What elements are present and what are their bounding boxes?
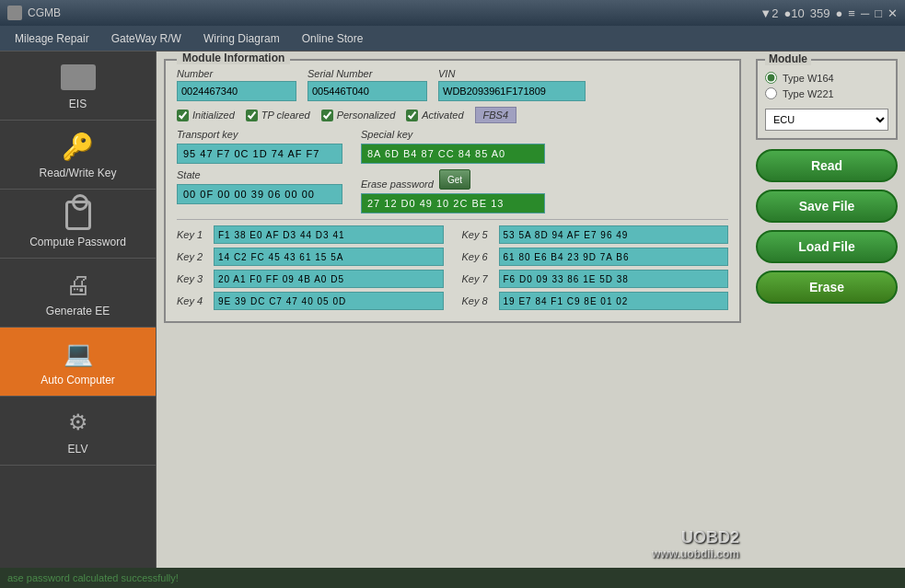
app-icon bbox=[7, 6, 22, 20]
sidebar-item-elv[interactable]: ⚙ ELV bbox=[0, 397, 156, 466]
watermark: UOBD2 www.uobdii.com bbox=[652, 528, 739, 560]
transport-key-group: Transport key 95 47 F7 0C 1D 74 AF F7 bbox=[177, 129, 342, 164]
user-icon: ● bbox=[835, 6, 842, 20]
key4-label: Key 4 bbox=[177, 295, 208, 306]
signal-status: ●10 bbox=[783, 6, 804, 20]
maximize-button[interactable]: □ bbox=[875, 6, 882, 20]
menu-online-store[interactable]: Online Store bbox=[291, 29, 375, 49]
key4-value: 9E 39 DC C7 47 40 05 0D bbox=[214, 292, 444, 310]
module-box: Module Type W164 Type W221 ECU bbox=[756, 59, 898, 140]
erase-button[interactable]: Erase bbox=[756, 271, 898, 304]
window-controls[interactable]: ▼2 ●10 359 ● ≡ ─ □ ✕ bbox=[760, 6, 898, 20]
table-row: Key 3 20 A1 F0 FF 09 4B A0 D5 bbox=[177, 270, 444, 288]
table-row: Key 5 53 5A 8D 94 AF E7 96 49 bbox=[462, 225, 729, 244]
vin-label: VIN bbox=[438, 68, 586, 79]
sidebar-item-label: Auto Computer bbox=[41, 374, 115, 386]
number-group: Number bbox=[177, 68, 296, 101]
number-label: Number bbox=[177, 68, 296, 79]
sidebar-item-label: EIS bbox=[69, 98, 87, 110]
app-title: CGMB bbox=[28, 6, 61, 19]
content-area: Module Information Number Serial Number … bbox=[157, 52, 748, 588]
load-file-button[interactable]: Load File bbox=[756, 230, 898, 263]
state-label: State bbox=[177, 169, 342, 180]
key6-value: 61 80 E6 B4 23 9D 7A B6 bbox=[499, 248, 729, 266]
wifi-status: ▼2 bbox=[760, 6, 778, 20]
computer-icon: 💻 bbox=[58, 337, 99, 370]
key8-value: 19 E7 84 F1 C9 8E 01 02 bbox=[499, 292, 729, 310]
transport-key-value: 95 47 F7 0C 1D 74 AF F7 bbox=[177, 144, 342, 164]
type-w221-radio[interactable]: Type W221 bbox=[765, 87, 888, 99]
erase-password-value: 27 12 D0 49 10 2C BE 13 bbox=[361, 193, 545, 213]
key7-value: F6 D0 09 33 86 1E 5D 38 bbox=[499, 270, 729, 288]
menu-wiring[interactable]: Wiring Diagram bbox=[192, 29, 291, 49]
special-key-group: Special key 8A 6D B4 87 CC 84 85 A0 bbox=[361, 129, 545, 164]
panel-title: Module Information bbox=[177, 52, 290, 64]
read-button[interactable]: Read bbox=[756, 149, 898, 182]
type-w164-radio[interactable]: Type W164 bbox=[765, 72, 888, 84]
sidebar-item-label: ELV bbox=[68, 443, 88, 455]
key8-label: Key 8 bbox=[462, 295, 493, 306]
key2-value: 14 C2 FC 45 43 61 15 5A bbox=[214, 248, 444, 266]
key3-label: Key 3 bbox=[177, 273, 208, 284]
activated-checkbox[interactable]: Activated bbox=[406, 110, 463, 121]
key1-value: F1 38 E0 AF D3 44 D3 41 bbox=[214, 225, 444, 244]
sidebar-item-generate-ee[interactable]: 🖨 Generate EE bbox=[0, 259, 156, 328]
sidebar-item-auto-computer[interactable]: 💻 Auto Computer bbox=[0, 328, 156, 397]
vin-group: VIN bbox=[438, 68, 586, 101]
tp-cleared-checkbox[interactable]: TP cleared bbox=[246, 110, 310, 121]
sidebar-item-label: Read/Write Key bbox=[40, 167, 117, 179]
erase-password-label: Erase password bbox=[361, 179, 434, 190]
eis-icon bbox=[58, 61, 99, 94]
sidebar-item-compute-password[interactable]: Compute Password bbox=[0, 190, 156, 259]
menu-mileage-repair[interactable]: Mileage Repair bbox=[4, 29, 100, 49]
minimize-button[interactable]: ─ bbox=[861, 6, 869, 20]
sidebar-item-read-write-key[interactable]: 🔑 Read/Write Key bbox=[0, 121, 156, 190]
serial-input[interactable] bbox=[307, 81, 427, 101]
activated-label: Activated bbox=[422, 110, 463, 121]
menu-gateway[interactable]: GateWay R/W bbox=[100, 29, 192, 49]
table-row: Key 7 F6 D0 09 33 86 1E 5D 38 bbox=[462, 270, 729, 288]
count-badge: 359 bbox=[810, 6, 830, 20]
key6-label: Key 6 bbox=[462, 251, 493, 262]
get-button[interactable]: Get bbox=[439, 169, 470, 190]
transport-special-keys-section: Transport key 95 47 F7 0C 1D 74 AF F7 Sp… bbox=[177, 129, 728, 164]
initialized-label: Initialized bbox=[192, 110, 235, 121]
title-bar: CGMB ▼2 ●10 359 ● ≡ ─ □ ✕ bbox=[0, 0, 905, 26]
state-erase-section: State 00 0F 00 00 39 06 00 00 Erase pass… bbox=[177, 169, 728, 213]
key3-value: 20 A1 F0 FF 09 4B A0 D5 bbox=[214, 270, 444, 288]
status-message: ase password calculated successfully! bbox=[7, 572, 179, 583]
ecu-select[interactable]: ECU bbox=[765, 109, 888, 131]
special-key-value: 8A 6D B4 87 CC 84 85 A0 bbox=[361, 144, 545, 164]
initialized-checkbox[interactable]: Initialized bbox=[177, 110, 235, 121]
serial-label: Serial Number bbox=[307, 68, 427, 79]
state-group: State 00 0F 00 00 39 06 00 00 bbox=[177, 169, 342, 213]
menu-icon[interactable]: ≡ bbox=[848, 6, 855, 20]
tp-cleared-label: TP cleared bbox=[261, 110, 310, 121]
module-info-panel: Module Information Number Serial Number … bbox=[164, 59, 741, 323]
key5-label: Key 5 bbox=[462, 229, 493, 240]
vin-input[interactable] bbox=[438, 81, 586, 101]
number-input[interactable] bbox=[177, 81, 296, 101]
sidebar: EIS 🔑 Read/Write Key Compute Password 🖨 … bbox=[0, 52, 157, 588]
fbs4-badge: FBS4 bbox=[475, 107, 517, 123]
table-row: Key 8 19 E7 84 F1 C9 8E 01 02 bbox=[462, 292, 729, 310]
save-file-button[interactable]: Save File bbox=[756, 190, 898, 223]
table-row: Key 6 61 80 E6 B4 23 9D 7A B6 bbox=[462, 248, 729, 266]
key2-label: Key 2 bbox=[177, 251, 208, 262]
sidebar-item-eis[interactable]: EIS bbox=[0, 52, 156, 121]
close-button[interactable]: ✕ bbox=[888, 6, 898, 20]
erase-password-group: Erase password Get 27 12 D0 49 10 2C BE … bbox=[361, 169, 545, 213]
personalized-checkbox[interactable]: Personalized bbox=[321, 110, 396, 121]
main-layout: EIS 🔑 Read/Write Key Compute Password 🖨 … bbox=[0, 52, 905, 588]
key-icon: 🔑 bbox=[58, 130, 99, 163]
watermark-line1: UOBD2 bbox=[652, 528, 739, 548]
type-w164-label: Type W164 bbox=[783, 73, 834, 84]
sidebar-item-label: Compute Password bbox=[29, 236, 126, 248]
status-bar: ase password calculated successfully! bbox=[0, 568, 905, 588]
watermark-line2: www.uobdii.com bbox=[652, 548, 739, 560]
table-row: Key 2 14 C2 FC 45 43 61 15 5A bbox=[177, 248, 444, 266]
elv-icon: ⚙ bbox=[58, 406, 99, 439]
key5-value: 53 5A 8D 94 AF E7 96 49 bbox=[499, 225, 729, 244]
checkboxes-row: Initialized TP cleared Personalized Acti… bbox=[177, 107, 728, 123]
transport-key-label: Transport key bbox=[177, 129, 342, 140]
